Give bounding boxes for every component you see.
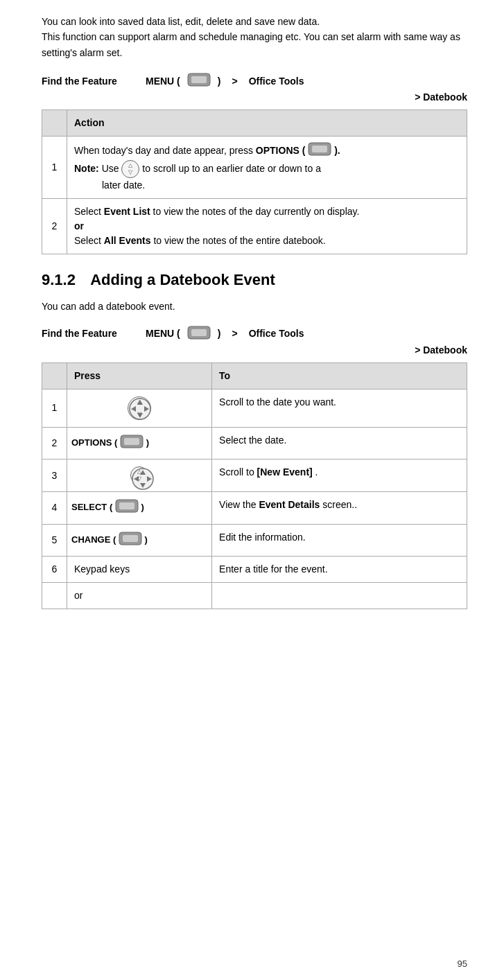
table-row: 2 Select Event List to view the notes of…: [42, 199, 467, 254]
datebook-line-2: > Datebook: [42, 344, 467, 356]
table-row: 1 When today's day and date appear, pres…: [42, 137, 467, 199]
press-cell-5: CHANGE ( ): [67, 524, 212, 557]
action-table-1: Action 1 When today's day and date appea…: [42, 110, 467, 254]
press-cell-2: OPTIONS ( ): [67, 427, 212, 460]
table-row: 1 Scroll to the date you want.: [42, 389, 467, 427]
menu-phone-icon-2: [187, 326, 211, 342]
section-intro: You can add a datebook event.: [42, 299, 467, 314]
intro-line1: You can look into saved data list, edit,…: [42, 16, 320, 27]
svg-rect-12: [124, 438, 139, 445]
table-row: 5 CHANGE ( ) Edit the information.: [42, 524, 467, 557]
action-text-1b: ).: [334, 145, 340, 156]
table-row: 6 Keypad keys Enter a title for the even…: [42, 557, 467, 583]
section-title: 9.1.2 Adding a Datebook Event: [42, 271, 467, 289]
row-num-t2-1: 1: [42, 389, 67, 427]
menu-phone-icon-1: [187, 73, 211, 89]
row-num-t2-2: 2: [42, 427, 67, 460]
row-num-t2-7: [42, 583, 67, 609]
menu-close-1: ): [218, 76, 221, 87]
row-num-t2-6: 6: [42, 557, 67, 583]
to-cell-6: Enter a title for the event.: [212, 557, 467, 583]
svg-rect-21: [123, 535, 138, 542]
col-empty-1: [42, 110, 67, 137]
office-tools-2: Office Tools: [249, 328, 304, 339]
row-action-2: Select Event List to view the notes of t…: [67, 199, 467, 254]
office-tools-1: Office Tools: [249, 76, 304, 87]
action-2a: Select Event List to view the notes of t…: [74, 206, 359, 217]
select-label: SELECT (: [71, 502, 112, 512]
press-to-table: Press To 1 Scroll to the date you want.: [42, 362, 467, 610]
row-action-1: When today's day and date appear, press …: [67, 137, 467, 199]
select-close: ): [141, 502, 144, 512]
intro-line2: This function can support alarm and sche…: [42, 31, 460, 58]
options-close: ): [146, 437, 149, 448]
action-2c: Select All Events to view the notes of t…: [74, 235, 326, 246]
datebook-label-2: > Datebook: [415, 344, 467, 356]
page-number: 95: [458, 959, 467, 969]
press-cell-4: SELECT ( ): [67, 492, 212, 525]
to-cell-4: View the Event Details screen..: [212, 492, 467, 525]
table-row: 2 OPTIONS ( ) Select the date.: [42, 427, 467, 460]
intro-paragraph: You can look into saved data list, edit,…: [42, 14, 467, 60]
find-feature-label-2: Find the Feature: [42, 328, 139, 339]
action-2b: or: [74, 220, 84, 231]
row-num-t2-3: 3: [42, 460, 67, 492]
action-note-1: Note: Use: [74, 163, 121, 174]
change-phone-icon: [119, 532, 142, 550]
to-cell-7: [212, 583, 467, 609]
nav-icon-2: [128, 396, 151, 420]
svg-rect-5: [191, 329, 207, 336]
datebook-label-1: > Datebook: [415, 91, 467, 103]
svg-rect-1: [191, 76, 207, 83]
find-feature-row-2: Find the Feature MENU ( ) > Office Tools: [42, 326, 467, 342]
action-note-1b: to scroll up to an earlier date or down …: [142, 163, 321, 174]
nav-icon-3: [130, 466, 148, 484]
table-row: or: [42, 583, 467, 609]
col-action-header: Action: [67, 110, 467, 137]
table-row: 4 SELECT ( ) View the Event Details scre…: [42, 492, 467, 525]
action-text-1a: When today's day and date appear, press …: [74, 145, 305, 156]
col-to-header: To: [212, 362, 467, 389]
to-cell-5: Edit the information.: [212, 524, 467, 557]
press-cell-7: or: [67, 583, 212, 609]
select-phone-icon: [115, 499, 139, 517]
section-title-text: Adding a Datebook Event: [90, 271, 275, 288]
col-press-header: Press: [67, 362, 212, 389]
svg-rect-19: [119, 502, 134, 509]
change-close: ): [145, 534, 148, 545]
arrow-2: >: [232, 328, 237, 339]
action-note-1c: later date.: [102, 180, 145, 191]
datebook-line-1: > Datebook: [42, 91, 467, 103]
col-empty-2: [42, 362, 67, 389]
menu-label-2: MENU (: [146, 328, 180, 339]
options-label: OPTIONS (: [71, 437, 117, 448]
to-cell-3: Scroll to [New Event] .: [212, 460, 467, 492]
find-feature-row-1: Find the Feature MENU ( ) > Office Tools: [42, 73, 467, 89]
menu-label-1: MENU (: [146, 76, 180, 87]
section-num: 9.1.2: [42, 271, 76, 288]
row-num-t2-4: 4: [42, 492, 67, 525]
change-label: CHANGE (: [71, 534, 116, 545]
press-cell-3: [67, 460, 212, 492]
svg-rect-3: [312, 146, 327, 152]
row-num-1a: 1: [42, 137, 67, 199]
press-cell-6: Keypad keys: [67, 557, 212, 583]
options-icon-1: [308, 142, 331, 160]
nav-icon-1: [121, 160, 139, 178]
arrow-1: >: [232, 76, 237, 87]
to-cell-2: Select the date.: [212, 427, 467, 460]
table-row: 3 Scroll to [New Event] .: [42, 460, 467, 492]
row-num-t2-5: 5: [42, 524, 67, 557]
to-cell-1: Scroll to the date you want.: [212, 389, 467, 427]
menu-close-2: ): [218, 328, 221, 339]
row-num-2a: 2: [42, 199, 67, 254]
options-phone-icon: [120, 435, 144, 453]
find-feature-label-1: Find the Feature: [42, 76, 139, 87]
press-cell-1: [67, 389, 212, 427]
